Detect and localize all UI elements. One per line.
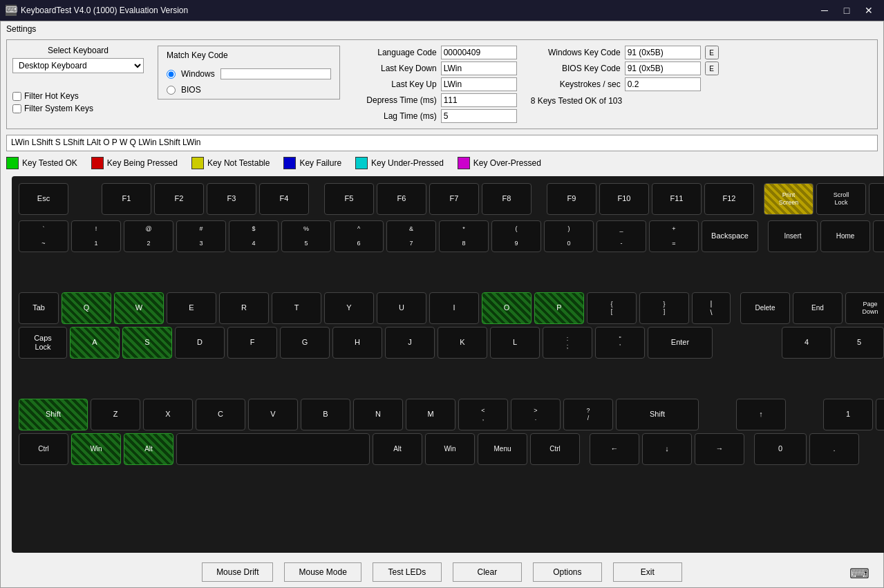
key-j[interactable]: J <box>385 327 435 359</box>
key-menu[interactable]: Menu <box>478 433 527 465</box>
key-down[interactable]: ↓ <box>642 433 692 465</box>
key-r[interactable]: R <box>219 292 269 324</box>
key-2[interactable]: @2 <box>124 220 173 252</box>
key-backslash[interactable]: |\ <box>692 292 731 324</box>
key-numpad-decimal[interactable]: . <box>809 433 859 465</box>
filter-system-keys-checkbox[interactable] <box>12 104 21 113</box>
key-right[interactable]: → <box>695 433 744 465</box>
key-q[interactable]: Q <box>62 292 111 324</box>
key-f[interactable]: F <box>227 327 277 359</box>
settings-menu[interactable]: Settings <box>6 24 36 34</box>
key-numpad-5[interactable]: 5 <box>834 327 884 359</box>
key-page-down[interactable]: PageDown <box>845 292 884 324</box>
key-f11[interactable]: F11 <box>652 183 702 215</box>
key-numpad-4[interactable]: 4 <box>782 327 831 359</box>
key-left[interactable]: ← <box>590 433 639 465</box>
key-right-win[interactable]: Win <box>425 433 475 465</box>
key-9[interactable]: (9 <box>491 220 541 252</box>
key-left-win[interactable]: Win <box>71 433 121 465</box>
key-h[interactable]: H <box>332 327 382 359</box>
key-f12[interactable]: F12 <box>704 183 754 215</box>
windows-key-code-e-button[interactable]: E <box>705 46 719 59</box>
bios-key-code-e-button[interactable]: E <box>705 61 719 75</box>
windows-radio[interactable] <box>167 70 176 79</box>
key-1[interactable]: !1 <box>71 220 121 252</box>
key-right-ctrl[interactable]: Ctrl <box>530 433 580 465</box>
key-delete[interactable]: Delete <box>740 292 790 324</box>
key-n[interactable]: N <box>353 399 403 430</box>
key-5[interactable]: %5 <box>281 220 331 252</box>
key-spacebar[interactable] <box>176 433 370 465</box>
key-print-screen[interactable]: PrintScreen <box>764 183 814 215</box>
key-s[interactable]: S <box>122 327 172 359</box>
key-left-bracket[interactable]: {[ <box>587 292 637 324</box>
key-f6[interactable]: F6 <box>377 183 426 215</box>
key-enter[interactable]: Enter <box>648 327 713 359</box>
test-leds-button[interactable]: Test LEDs <box>373 562 442 582</box>
key-slash[interactable]: ?/ <box>563 399 613 430</box>
filter-hot-keys-checkbox[interactable] <box>12 92 21 101</box>
key-p[interactable]: P <box>534 292 584 324</box>
key-k[interactable]: K <box>438 327 487 359</box>
key-period[interactable]: >. <box>511 399 561 430</box>
key-f1[interactable]: F1 <box>102 183 151 215</box>
key-f10[interactable]: F10 <box>599 183 649 215</box>
key-6[interactable]: ^6 <box>334 220 384 252</box>
filter-hot-keys-label[interactable]: Filter Hot Keys <box>12 91 144 101</box>
key-x[interactable]: X <box>143 399 193 430</box>
key-minus[interactable]: _- <box>596 220 646 252</box>
key-7[interactable]: &7 <box>386 220 436 252</box>
key-b[interactable]: B <box>301 399 350 430</box>
key-numpad-0[interactable]: 0 <box>754 433 807 465</box>
key-a[interactable]: A <box>70 327 120 359</box>
maximize-button[interactable]: □ <box>837 3 856 17</box>
key-e[interactable]: E <box>167 292 216 324</box>
key-backtick[interactable]: `~ <box>19 220 68 252</box>
key-f9[interactable]: F9 <box>547 183 596 215</box>
key-4[interactable]: $4 <box>229 220 279 252</box>
key-0[interactable]: )0 <box>544 220 594 252</box>
key-right-bracket[interactable]: }] <box>639 292 689 324</box>
key-page-up[interactable]: PageUp <box>873 220 884 252</box>
key-tab[interactable]: Tab <box>19 292 59 324</box>
minimize-button[interactable]: ─ <box>815 3 834 17</box>
key-comma[interactable]: <, <box>458 399 508 430</box>
key-i[interactable]: I <box>429 292 479 324</box>
key-caps-lock[interactable]: CapsLock <box>19 327 67 359</box>
filter-system-keys-label[interactable]: Filter System Keys <box>12 104 144 113</box>
key-numpad-2[interactable]: 2 <box>876 399 884 430</box>
key-right-alt[interactable]: Alt <box>373 433 422 465</box>
key-pause[interactable]: Pause <box>869 183 884 215</box>
options-button[interactable]: Options <box>533 562 602 582</box>
key-left-alt[interactable]: Alt <box>124 433 173 465</box>
keyboard-select[interactable]: Desktop KeyboardLaptop Keyboard <box>12 58 144 73</box>
key-l[interactable]: L <box>490 327 540 359</box>
key-home[interactable]: Home <box>820 220 870 252</box>
key-c[interactable]: C <box>196 399 245 430</box>
key-f3[interactable]: F3 <box>207 183 256 215</box>
key-8[interactable]: *8 <box>439 220 489 252</box>
key-u[interactable]: U <box>377 292 426 324</box>
language-code-input[interactable] <box>441 46 517 59</box>
key-w[interactable]: W <box>114 292 164 324</box>
key-up[interactable]: ↑ <box>736 399 786 430</box>
key-o[interactable]: O <box>482 292 532 324</box>
key-m[interactable]: M <box>406 399 455 430</box>
key-left-shift[interactable]: Shift <box>19 399 88 430</box>
mouse-mode-button[interactable]: Mouse Mode <box>284 562 361 582</box>
key-left-ctrl[interactable]: Ctrl <box>19 433 68 465</box>
key-quote[interactable]: "' <box>595 327 645 359</box>
key-f7[interactable]: F7 <box>429 183 479 215</box>
close-button[interactable]: ✕ <box>859 3 878 17</box>
mouse-drift-button[interactable]: Mouse Drift <box>202 562 273 582</box>
key-f5[interactable]: F5 <box>324 183 374 215</box>
key-y[interactable]: Y <box>324 292 374 324</box>
key-numpad-1[interactable]: 1 <box>823 399 873 430</box>
key-f2[interactable]: F2 <box>154 183 204 215</box>
exit-button[interactable]: Exit <box>613 562 682 582</box>
clear-button[interactable]: Clear <box>453 562 522 582</box>
key-esc[interactable]: Esc <box>19 183 68 215</box>
key-t[interactable]: T <box>272 292 321 324</box>
bios-radio[interactable] <box>167 86 176 95</box>
key-insert[interactable]: Insert <box>768 220 818 252</box>
